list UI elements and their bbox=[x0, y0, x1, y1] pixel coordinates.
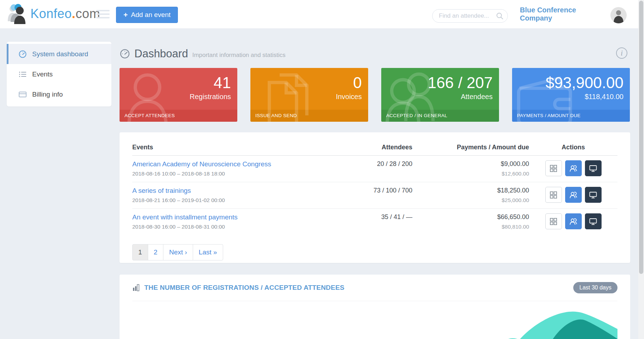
sidebar-item-billing-info[interactable]: Billing info bbox=[7, 84, 111, 104]
menu-toggle-icon[interactable] bbox=[96, 10, 110, 18]
stat-value: $93,900.00 bbox=[512, 74, 623, 92]
grid-icon bbox=[550, 191, 557, 199]
event-link[interactable]: A series of trainings bbox=[132, 187, 327, 195]
event-screen-button[interactable] bbox=[585, 160, 602, 176]
page-header: Dashboard Important information and stat… bbox=[120, 45, 630, 62]
page-scrollbar[interactable] bbox=[638, 0, 644, 339]
event-attendees-button[interactable] bbox=[565, 160, 582, 176]
event-dates: 2018-08-16 10:00 – 2018-08-18 18:00 bbox=[132, 171, 327, 177]
list-icon bbox=[18, 70, 27, 79]
grid-icon bbox=[550, 218, 557, 225]
attendee-search bbox=[432, 9, 508, 23]
sidebar-item-events[interactable]: Events bbox=[7, 64, 111, 84]
credit-card-icon bbox=[18, 90, 27, 99]
stat-cards: 41 Registrations ACCEPT ATTENDEES 0 Invo… bbox=[120, 68, 630, 122]
event-attendees: 20 / 28 / 200 bbox=[327, 156, 412, 182]
event-dashboard-button[interactable] bbox=[545, 213, 562, 229]
event-dates: 2018-08-30 16:00 – 2018-08-31 00:00 bbox=[132, 224, 327, 230]
table-row: American Academy of Neuroscience Congres… bbox=[132, 156, 617, 182]
pagination: 1 2 Next › Last » bbox=[132, 244, 223, 260]
sidebar-item-system-dashboard[interactable]: System dashboard bbox=[7, 44, 111, 64]
event-payment: $66,650.00 bbox=[412, 213, 529, 221]
stat-value: 41 bbox=[120, 74, 231, 92]
monitor-icon bbox=[589, 191, 597, 199]
event-dashboard-button[interactable] bbox=[545, 187, 562, 203]
gauge-icon bbox=[18, 50, 27, 58]
search-icon[interactable] bbox=[496, 12, 504, 20]
events-panel: Events Attendees Payments / Amount due A… bbox=[120, 132, 630, 263]
user-avatar[interactable] bbox=[610, 7, 627, 23]
monitor-icon bbox=[589, 164, 597, 173]
stat-card-invoices[interactable]: 0 Invoices ISSUE AND SEND bbox=[250, 68, 368, 122]
attendees-icon bbox=[569, 191, 578, 199]
bar-chart-icon bbox=[132, 284, 140, 292]
attendees-icon bbox=[569, 217, 578, 226]
konfeo-logo-text: Konfeo.com bbox=[30, 6, 100, 21]
event-attendees: 73 / 100 / 700 bbox=[327, 182, 412, 209]
sidebar-item-label: Events bbox=[32, 70, 53, 78]
event-attendees-button[interactable] bbox=[565, 213, 582, 229]
chart-plot-area bbox=[132, 301, 617, 339]
sidebar-item-label: Billing info bbox=[32, 91, 63, 98]
event-screen-button[interactable] bbox=[585, 187, 602, 203]
app-header: Konfeo.com + Add an event Blue Conferenc… bbox=[0, 0, 644, 28]
event-payment: $18,250.00 bbox=[412, 187, 529, 194]
stat-value: 166 / 207 bbox=[381, 74, 493, 92]
stat-footer: ISSUE AND SEND bbox=[250, 110, 368, 122]
stat-footer: ACCEPTED / IN GENERAL bbox=[381, 110, 499, 122]
event-amount-due: $25,000.00 bbox=[412, 197, 529, 203]
stat-footer: PAYMENTS / AMOUNT DUE bbox=[512, 110, 630, 122]
event-link[interactable]: American Academy of Neuroscience Congres… bbox=[132, 160, 327, 168]
area-chart bbox=[132, 301, 617, 339]
column-header-payments: Payments / Amount due bbox=[412, 141, 529, 156]
pagination-page-1[interactable]: 1 bbox=[132, 244, 148, 260]
event-screen-button[interactable] bbox=[585, 213, 602, 229]
pagination-last[interactable]: Last » bbox=[193, 244, 223, 260]
event-dates: 2018-08-21 16:00 – 2019-01-02 00:00 bbox=[132, 197, 327, 203]
sidebar-item-label: System dashboard bbox=[32, 50, 88, 58]
stat-label: Attendees bbox=[381, 93, 493, 101]
account-menu[interactable]: Blue Conference Company bbox=[520, 0, 608, 28]
monitor-icon bbox=[589, 217, 597, 226]
event-attendees: 35 / 41 / — bbox=[327, 209, 412, 235]
scrollbar-thumb[interactable] bbox=[639, 1, 643, 274]
registrations-chart-panel: THE NUMBER OF REGISTRATIONS / ACCEPTED A… bbox=[120, 275, 630, 339]
pagination-next[interactable]: Next › bbox=[163, 244, 193, 260]
stat-label: $118,410.00 bbox=[512, 93, 623, 101]
add-event-button[interactable]: + Add an event bbox=[116, 7, 178, 23]
table-row: An event with installment payments 2018-… bbox=[132, 209, 617, 235]
column-header-actions: Actions bbox=[529, 141, 617, 156]
stat-footer: ACCEPT ATTENDEES bbox=[120, 110, 237, 122]
page-subtitle: Important information and statistics bbox=[192, 49, 286, 59]
event-payment: $9,000.00 bbox=[412, 160, 529, 168]
main-sidebar: System dashboard Events Billing info bbox=[7, 42, 111, 107]
attendees-icon bbox=[569, 164, 578, 173]
info-icon[interactable]: i bbox=[616, 47, 627, 59]
event-amount-due: $12,600.00 bbox=[412, 171, 529, 177]
stat-label: Registrations bbox=[120, 93, 231, 101]
chart-range-badge[interactable]: Last 30 days bbox=[573, 282, 617, 293]
dashboard-icon bbox=[120, 48, 130, 59]
event-attendees-button[interactable] bbox=[565, 187, 582, 203]
event-link[interactable]: An event with installment payments bbox=[132, 213, 327, 221]
event-dashboard-button[interactable] bbox=[545, 160, 562, 176]
table-row: A series of trainings 2018-08-21 16:00 –… bbox=[132, 182, 617, 209]
chart-title: THE NUMBER OF REGISTRATIONS / ACCEPTED A… bbox=[144, 284, 344, 292]
event-amount-due: $80,810.00 bbox=[412, 224, 529, 230]
stat-card-payments[interactable]: $93,900.00 $118,410.00 PAYMENTS / AMOUNT… bbox=[512, 68, 630, 122]
grid-icon bbox=[550, 165, 557, 172]
stat-label: Invoices bbox=[250, 93, 362, 101]
column-header-attendees: Attendees bbox=[327, 141, 412, 156]
page-title: Dashboard bbox=[134, 47, 188, 60]
stat-card-attendees[interactable]: 166 / 207 Attendees ACCEPTED / IN GENERA… bbox=[381, 68, 499, 122]
app-window: Konfeo.com + Add an event Blue Conferenc… bbox=[0, 0, 644, 339]
column-header-events: Events bbox=[132, 141, 327, 156]
konfeo-logo[interactable]: Konfeo.com bbox=[6, 4, 100, 24]
konfeo-logo-icon bbox=[6, 4, 28, 24]
stat-card-registrations[interactable]: 41 Registrations ACCEPT ATTENDEES bbox=[120, 68, 237, 122]
plus-icon: + bbox=[123, 11, 128, 19]
stat-value: 0 bbox=[250, 74, 362, 92]
avatar-person-icon bbox=[610, 7, 627, 23]
pagination-page-2[interactable]: 2 bbox=[148, 244, 164, 260]
